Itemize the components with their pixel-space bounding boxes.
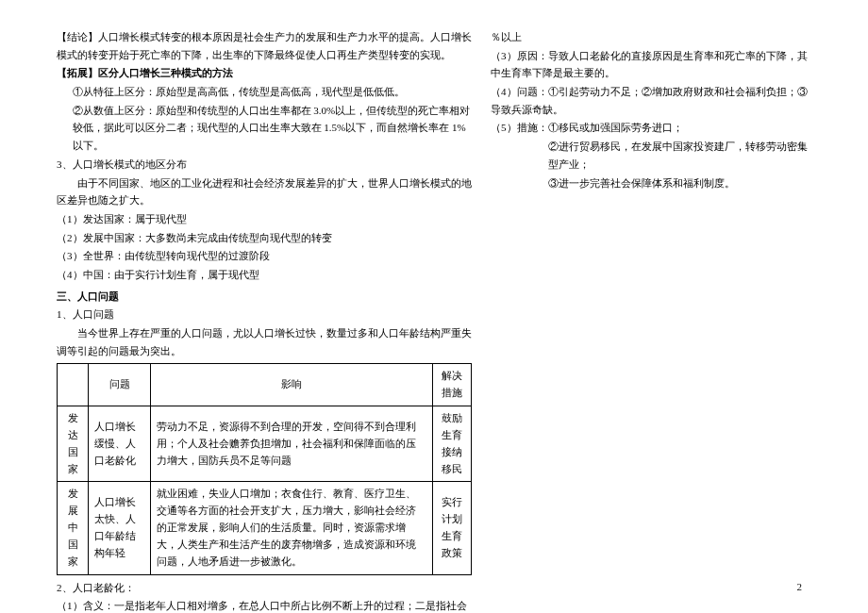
s3-2: （2）发展中国家：大多数尚未完成由传统型向现代型的转变: [57, 229, 472, 247]
cell-impact: 就业困难，失业人口增加；衣食住行、教育、医疗卫生、交通等各方面的社会开支扩大，压…: [151, 482, 432, 574]
expand-title: 【拓展】区分人口增长三种模式的方法: [57, 64, 472, 82]
p5: （5）措施：①移民或加强国际劳务进口；: [491, 119, 811, 137]
p4: （4）问题：①引起劳动力不足；②增加政府财政和社会福利负担；③导致兵源奇缺。: [491, 83, 811, 118]
th-solution: 解决措施: [432, 364, 471, 406]
s3-1: （1）发达国家：属于现代型: [57, 210, 472, 228]
p1-title: 1、人口问题: [57, 306, 472, 323]
population-table: 问题 影响 解决措施 发达国家 人口增长缓慢、人口老龄化 劳动力不足，资源得不到…: [57, 363, 472, 574]
cell-problem: 人口增长缓慢、人口老龄化: [89, 406, 151, 482]
section-3-title: 三、人口问题: [57, 288, 472, 306]
p1-body: 当今世界上存在严重的人口问题，尤以人口增长过快，数量过多和人口年龄结构严重失调等…: [57, 324, 472, 359]
cell-region: 发展中国家: [58, 482, 89, 574]
th-impact: 影响: [151, 364, 432, 406]
s3-title: 3、人口增长模式的地区分布: [57, 156, 472, 174]
table-row: 发展中国家 人口增长太快、人口年龄结构年轻 就业困难，失业人口增加；衣食住行、教…: [58, 482, 472, 574]
conclusion-para: 【结论】人口增长模式转变的根本原因是社会生产力的发展和生产力水平的提高。人口增长…: [57, 28, 472, 63]
table-header-row: 问题 影响 解决措施: [58, 364, 472, 406]
right-column: ％以上 （3）原因：导致人口老龄化的直接原因是生育率和死亡率的下降，其中生育率下…: [491, 28, 811, 613]
page-number: 2: [797, 578, 803, 596]
s3-3: （3）全世界：由传统型转向现代型的过渡阶段: [57, 247, 472, 265]
s3-intro: 由于不同国家、地区的工业化进程和社会经济发展差异的扩大，世界人口增长模式的地区差…: [57, 174, 472, 209]
cell-region: 发达国家: [58, 406, 89, 482]
p5-2: ②进行贸易移民，在发展中国家投资建厂，转移劳动密集型产业；: [491, 138, 811, 173]
expand-item-1: ①从特征上区分：原始型是高高低，传统型是高低高，现代型是低低低。: [57, 83, 472, 101]
p5-3: ③进一步完善社会保障体系和福利制度。: [491, 174, 811, 192]
left-column: 【结论】人口增长模式转变的根本原因是社会生产力的发展和生产力水平的提高。人口增长…: [57, 28, 472, 613]
cell-solution: 实行计划生育政策: [432, 482, 471, 574]
table-row: 发达国家 人口增长缓慢、人口老龄化 劳动力不足，资源得不到合理的开发，空间得不到…: [58, 406, 472, 482]
th-problem: 问题: [89, 364, 151, 406]
cell-impact: 劳动力不足，资源得不到合理的开发，空间得不到合理利用；个人及社会赡养负担增加，社…: [151, 406, 432, 482]
expand-item-2: ②从数值上区分：原始型和传统型的人口出生率都在 3.0%以上，但传统型的死亡率相…: [57, 102, 472, 155]
cell-problem: 人口增长太快、人口年龄结构年轻: [89, 482, 151, 574]
p3: （3）原因：导致人口老龄化的直接原因是生育率和死亡率的下降，其中生育率下降是最主…: [491, 47, 811, 82]
cell-solution: 鼓励生育 接纳移民: [432, 406, 471, 482]
p2-1: （1）含义：一是指老年人口相对增多，在总人口中所占比例不断上升的过程；二是指社会…: [57, 597, 472, 613]
p2-title: 2、人口老龄化：: [57, 579, 472, 597]
s3-4: （4）中国：由于实行计划生育，属于现代型: [57, 266, 472, 284]
th-blank: [58, 364, 89, 406]
cont-line: ％以上: [491, 28, 811, 46]
